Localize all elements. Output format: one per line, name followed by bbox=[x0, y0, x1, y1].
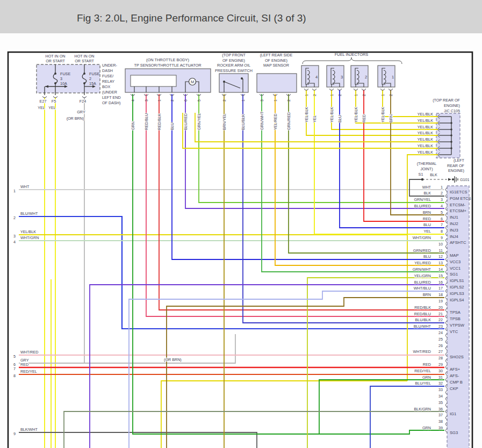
ecm-pin-number: 3 bbox=[441, 197, 443, 202]
junction-dot bbox=[450, 141, 452, 143]
left-row-number: 7 bbox=[13, 366, 16, 371]
injector-pin-number: 1 bbox=[381, 94, 385, 96]
rocker-caption: (TOP FRONT bbox=[222, 53, 246, 57]
ecm-pin-number: 13 bbox=[438, 261, 443, 265]
ecm-pin-label: CKP bbox=[450, 386, 458, 391]
fuse-label: 15A bbox=[89, 81, 96, 86]
left-row-number: 9 bbox=[13, 431, 16, 436]
ecm-pin-label: IGPLS3 bbox=[450, 291, 464, 296]
fuse-box-side-label: UNDER- bbox=[102, 63, 118, 68]
left-row-number: 5 bbox=[13, 354, 16, 359]
junction-dot bbox=[450, 122, 452, 124]
fuse-pin-name: F24 bbox=[80, 99, 86, 104]
junction-dot bbox=[83, 73, 85, 75]
g101-location-label: ENGINE) bbox=[448, 168, 464, 173]
ecm-pin-number: 8 bbox=[441, 229, 443, 234]
ecm-wire-color: BLU/RED bbox=[414, 280, 431, 285]
fuse-box-side-label: (UNDER bbox=[102, 90, 117, 95]
rocker-caption: OF ENGINE) bbox=[222, 58, 245, 63]
ecm-pin-label: SG3 bbox=[450, 430, 458, 435]
ecm-pin-number: 22 bbox=[438, 317, 443, 322]
left-row-number: 8 bbox=[13, 373, 16, 378]
rocker-wire-color: BRN/YEL bbox=[222, 113, 227, 130]
fuse-box-side-label: OF DASH) bbox=[102, 100, 120, 105]
tb-wire-color: BLU bbox=[170, 122, 175, 130]
ecm-wire-color: BLK bbox=[423, 191, 431, 196]
injector-number: 3 bbox=[341, 75, 343, 80]
rocker-switch-box bbox=[219, 74, 248, 92]
injector-pin-number: 2 bbox=[362, 94, 366, 96]
ecm-pin-label: SG1 bbox=[450, 272, 458, 277]
ecm-pin-number: 11 bbox=[439, 248, 443, 253]
blk-label: BLK bbox=[430, 172, 437, 177]
rocker-caption: ROCKER ARM OIL bbox=[217, 63, 250, 68]
junction-dot bbox=[450, 147, 452, 149]
tb-pin-number: 4 bbox=[131, 99, 135, 102]
tb-pin-number: 1 bbox=[157, 99, 161, 102]
ecm-pin-label: IGPLS2 bbox=[450, 285, 464, 290]
injector-wire-color: BRN bbox=[389, 114, 393, 122]
jc-wire-color: YEL/BLK bbox=[418, 150, 433, 155]
ecm-pin-label: IGPLS1 bbox=[450, 278, 464, 283]
rocker-wire-color: BLU/BLK bbox=[241, 114, 246, 130]
ecm-wire-color: WHT/BLU bbox=[414, 286, 431, 291]
ecm-pin-number: 6 bbox=[441, 216, 443, 221]
ecm-wire-color: RED/BLU bbox=[414, 312, 431, 316]
ecm-wire-color: RED/YEL bbox=[414, 368, 431, 373]
ecm-wire-color: WHT bbox=[422, 185, 431, 190]
ecm-pin-number: 7 bbox=[441, 222, 443, 227]
injector-wire-color: YEL/BLK bbox=[329, 107, 334, 122]
ecm-pin-number: 37 bbox=[438, 413, 443, 417]
g101-location-label: (LEFT bbox=[454, 158, 465, 163]
junction-dot bbox=[421, 178, 424, 181]
ecm-pin-number: 28 bbox=[438, 356, 443, 360]
ecm-wire-color: BLU/BLK bbox=[415, 317, 431, 322]
ecm-pin-label: VCC3 bbox=[450, 259, 461, 264]
ecm-wire-color: BRN bbox=[423, 292, 431, 297]
map-caption: (LEFT REAR SIDE bbox=[260, 53, 293, 57]
g101-label: G101 bbox=[460, 177, 470, 182]
junction-dot bbox=[450, 134, 452, 136]
ecm-pin-number: 32 bbox=[438, 381, 443, 386]
injector-number: 1 bbox=[392, 75, 394, 80]
figure-title: Fig 3: 2.0L, Engine Performance Circuit,… bbox=[77, 12, 306, 24]
tb-wire-color: RED/BLU bbox=[144, 113, 149, 130]
ecm-pin-number: 29 bbox=[438, 362, 443, 367]
left-row-wire-color: BLU/WHT bbox=[20, 211, 38, 216]
ecm-wire-color: YEL bbox=[423, 229, 431, 234]
fuse-box-side-label: DASH bbox=[102, 68, 113, 73]
hot-in-on-label: OR START bbox=[75, 59, 94, 63]
fuse-box-side-label: RELAY bbox=[102, 79, 114, 84]
ecm-wire-color: GRN bbox=[422, 375, 431, 380]
ecm-pin-number: 39 bbox=[438, 425, 443, 430]
ecm-wire-color: RED/BLK bbox=[414, 305, 431, 310]
ecm-pin-number: 30 bbox=[438, 368, 443, 373]
junction-dot bbox=[223, 81, 225, 83]
rocker-pin-number: 1 bbox=[241, 99, 245, 102]
tb-wire-color: RED/BLK bbox=[157, 113, 162, 130]
ecm-wire-color: BLU bbox=[423, 222, 431, 227]
fuse-wire-color: YEL bbox=[38, 105, 45, 110]
injector-pin-number: 2 bbox=[389, 94, 393, 96]
jc-wire-color: YEL/BLK bbox=[418, 131, 433, 135]
ecm-pin-label: TPSB bbox=[450, 316, 461, 321]
jc-wire-color: YEL/BLK bbox=[418, 118, 433, 123]
ecm-pin-number: 34 bbox=[438, 394, 443, 399]
fuse-label: FUSE bbox=[89, 71, 99, 76]
ecm-pin-label: INJ4 bbox=[450, 234, 458, 239]
ecm-pin-number: 10 bbox=[438, 242, 443, 247]
rocker-pin-number: 2 bbox=[222, 99, 226, 102]
ecm-pin-number: 36 bbox=[438, 407, 443, 411]
ecm-wire-color: BLU bbox=[423, 254, 431, 259]
ecm-pin-number: 2 bbox=[441, 191, 443, 196]
ecm-pin-label: CMP B bbox=[450, 380, 463, 385]
ecm-pin-number: 5 bbox=[441, 210, 443, 215]
ecm-pin-number: 26 bbox=[438, 343, 443, 348]
left-row-wire-color: WHT/GRN bbox=[20, 235, 39, 240]
ecm-pin-label: ETCSM- bbox=[450, 203, 466, 207]
left-row-wire-color: WHT bbox=[20, 184, 30, 189]
motor-m-label: M bbox=[191, 80, 194, 84]
ecm-wire-color: GRN/RED bbox=[413, 248, 431, 253]
ecm-pin-number: 31 bbox=[438, 375, 443, 380]
ecm-pin-label: INJ3 bbox=[450, 228, 458, 233]
